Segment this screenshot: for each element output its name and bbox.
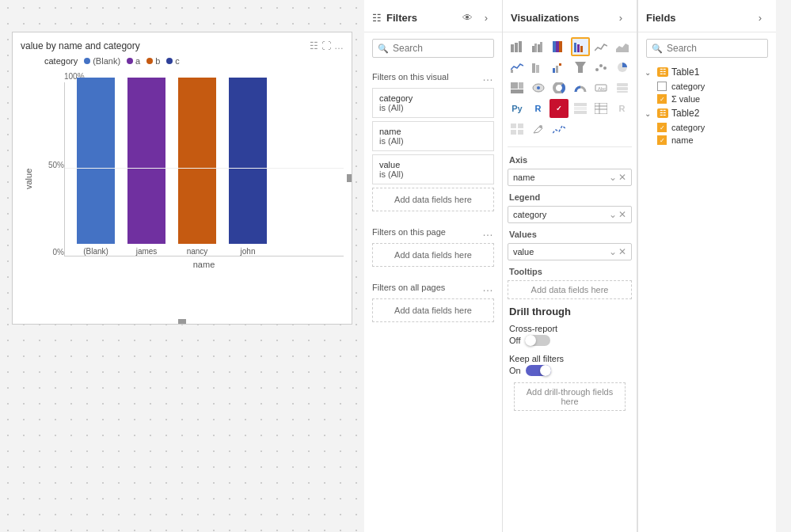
cross-report-toggle-switch[interactable] — [525, 335, 550, 346]
viz-grid[interactable] — [508, 120, 527, 139]
viz-add-tooltip-fields[interactable]: Add data fields here — [508, 280, 632, 299]
viz-icons-grid: Abc Py R ✓ R — [503, 32, 637, 143]
fields-search-box[interactable]: 🔍 — [646, 39, 768, 58]
table2-category-field[interactable]: category — [638, 121, 776, 134]
viz-table[interactable] — [591, 99, 610, 118]
filters-search-box[interactable]: 🔍 — [372, 39, 494, 58]
viz-multirow-card[interactable] — [613, 78, 632, 97]
viz-analytics[interactable] — [550, 120, 569, 139]
viz-waterfall[interactable] — [550, 58, 569, 77]
keep-filters-group: Keep all filters On — [509, 354, 630, 376]
filters-on-page-label: Filters on this page … — [372, 226, 494, 238]
bottom-resize-handle[interactable] — [178, 319, 186, 324]
viz-scatter[interactable] — [591, 58, 610, 77]
svg-rect-26 — [519, 82, 523, 89]
viz-axis-value: name — [513, 173, 535, 182]
bar-nancy-label: nancy — [187, 247, 208, 256]
table1-category-label: category — [671, 82, 705, 91]
viz-line[interactable] — [591, 37, 610, 56]
svg-rect-40 — [595, 103, 607, 114]
svg-point-23 — [603, 66, 607, 70]
add-page-fields-btn[interactable]: Add data fields here — [372, 243, 494, 267]
viz-card[interactable]: Abc — [591, 78, 610, 97]
bar-nancy: nancy — [178, 78, 216, 256]
filter-card-name[interactable]: name is (All) — [372, 121, 494, 151]
viz-area[interactable] — [613, 37, 632, 56]
keep-filters-toggle-switch[interactable] — [526, 365, 551, 376]
viz-gauge[interactable] — [571, 78, 590, 97]
legend-item-a: a — [127, 56, 140, 66]
viz-axis-remove[interactable]: ✕ — [618, 172, 626, 183]
y-axis-label: value — [21, 72, 36, 286]
table1-category-field[interactable]: category — [638, 80, 776, 93]
viz-axis-field[interactable]: name ⌄ ✕ — [508, 169, 632, 186]
viz-custom-selected[interactable]: ✓ — [550, 99, 569, 118]
add-drill-through-fields[interactable]: Add drill-through fields here — [514, 382, 626, 411]
viz-stacked-bar[interactable] — [508, 37, 527, 56]
filter-card-value[interactable]: value is (All) — [372, 154, 494, 184]
filters-eye-icon[interactable]: 👁 — [459, 10, 475, 25]
svg-rect-44 — [511, 124, 516, 128]
right-resize-handle[interactable] — [347, 174, 352, 182]
fields-chevron-right-icon[interactable]: › — [752, 10, 768, 25]
viz-legend-field-icons: ⌄ ✕ — [609, 209, 626, 220]
table2-category-checkbox[interactable] — [657, 123, 667, 132]
viz-r-script[interactable]: R — [529, 99, 548, 118]
expand-icon[interactable]: ⛶ — [321, 40, 331, 51]
viz-matrix[interactable] — [571, 99, 590, 118]
table1-category-checkbox[interactable] — [657, 82, 667, 91]
viz-legend-remove[interactable]: ✕ — [618, 209, 626, 220]
filter-field-name: name — [379, 127, 487, 136]
legend-item-c: c — [166, 56, 180, 66]
table2-name-field[interactable]: name — [638, 134, 776, 146]
viz-chevron-right-icon[interactable]: › — [613, 10, 629, 25]
viz-legend-value: category — [513, 210, 546, 219]
viz-map[interactable] — [529, 78, 548, 97]
filters-panel-header: ☷ Filters 👁 › — [364, 0, 502, 32]
viz-values-chevron[interactable]: ⌄ — [609, 246, 617, 257]
svg-point-48 — [539, 125, 542, 128]
table1-value-checkbox[interactable] — [657, 94, 667, 104]
add-visual-fields-btn[interactable]: Add data fields here — [372, 188, 494, 211]
viz-column-active[interactable] — [571, 37, 590, 56]
viz-donut[interactable] — [550, 78, 569, 97]
fields-search-input[interactable] — [667, 43, 762, 54]
svg-rect-11 — [577, 44, 580, 52]
chart-title-icons: ☷ ⛶ … — [310, 40, 344, 51]
filter-card-category[interactable]: category is (All) — [372, 88, 494, 118]
viz-legend-chevron[interactable]: ⌄ — [609, 209, 617, 220]
viz-100-stacked-bar[interactable] — [550, 37, 569, 56]
viz-python[interactable]: Py — [508, 99, 527, 118]
viz-line-clustered[interactable] — [508, 58, 527, 77]
filters-chevron-right-icon[interactable]: › — [478, 10, 494, 25]
legend-item-b: b — [146, 56, 160, 66]
table2-name-checkbox[interactable] — [657, 135, 667, 145]
viz-funnel[interactable] — [571, 58, 590, 77]
filters-on-all-pages-dots[interactable]: … — [482, 281, 494, 294]
table2-label: Table2 — [671, 108, 770, 119]
viz-pie[interactable] — [613, 58, 632, 77]
viz-legend-field[interactable]: category ⌄ ✕ — [508, 206, 632, 223]
svg-rect-10 — [574, 43, 576, 52]
viz-panel-header: Visualizations › — [503, 0, 637, 32]
filter-icon[interactable]: ☷ — [310, 40, 318, 51]
viz-axis-chevron[interactable]: ⌄ — [609, 172, 617, 183]
filters-on-visual-dots[interactable]: … — [482, 70, 494, 83]
viz-values-remove[interactable]: ✕ — [618, 246, 626, 257]
viz-clustered-bar[interactable] — [529, 37, 548, 56]
keep-filters-on-label: On — [509, 366, 521, 375]
viz-treemap[interactable] — [508, 78, 527, 97]
add-all-pages-fields-btn[interactable]: Add data fields here — [372, 298, 494, 322]
filters-search-input[interactable] — [393, 43, 489, 54]
viz-values-field[interactable]: value ⌄ ✕ — [508, 243, 632, 260]
table1-value-field[interactable]: Σ value — [638, 93, 776, 105]
more-icon[interactable]: … — [334, 40, 344, 51]
table1-header[interactable]: ⌄ ☷ Table1 — [638, 64, 776, 80]
table2-header[interactable]: ⌄ ☷ Table2 — [638, 105, 776, 121]
viz-format[interactable] — [529, 120, 548, 139]
viz-r-visual[interactable]: R — [613, 99, 632, 118]
viz-tooltips-label: Tooltips — [503, 262, 637, 279]
viz-ribbon[interactable] — [529, 58, 548, 77]
legend-item-blank: (Blank) — [84, 56, 120, 66]
filters-on-page-dots[interactable]: … — [482, 226, 494, 238]
